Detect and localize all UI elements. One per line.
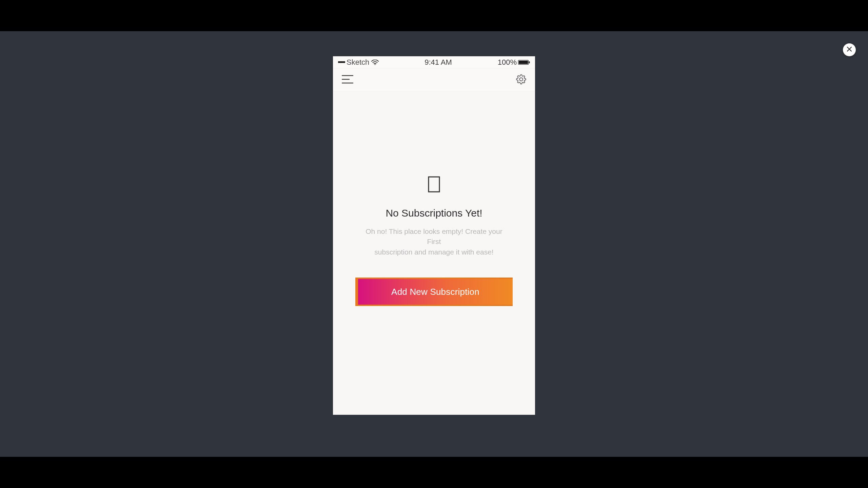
battery-icon bbox=[518, 60, 530, 65]
hamburger-icon bbox=[342, 75, 353, 85]
svg-rect-2 bbox=[519, 61, 528, 64]
settings-button[interactable] bbox=[516, 74, 526, 86]
cta-container: Add New Subscription bbox=[355, 278, 513, 306]
status-time: 9:41 AM bbox=[425, 58, 452, 67]
svg-rect-7 bbox=[429, 177, 439, 192]
phone-mockup: ••••• Sketch 9:41 AM 100% bbox=[333, 56, 535, 415]
carrier-label: Sketch bbox=[347, 58, 369, 67]
empty-state-title: No Subscriptions Yet! bbox=[386, 207, 482, 219]
status-right: 100% bbox=[498, 58, 530, 67]
close-icon bbox=[847, 46, 852, 53]
lightbox-viewer: ••••• Sketch 9:41 AM 100% bbox=[0, 31, 868, 457]
letterbox-top bbox=[0, 0, 868, 31]
cta-label: Add New Subscription bbox=[391, 287, 479, 297]
empty-state-subtitle: Oh no! This place looks empty! Create yo… bbox=[363, 226, 505, 257]
nav-bar bbox=[333, 68, 535, 92]
svg-rect-3 bbox=[529, 61, 530, 63]
empty-subtitle-line2: subscription and manage it with ease! bbox=[374, 248, 493, 256]
status-bar: ••••• Sketch 9:41 AM 100% bbox=[333, 56, 535, 68]
gear-icon bbox=[516, 74, 526, 86]
empty-subtitle-line1: Oh no! This place looks empty! Create yo… bbox=[366, 227, 502, 245]
menu-button[interactable] bbox=[342, 75, 353, 85]
add-subscription-button[interactable]: Add New Subscription bbox=[358, 279, 513, 305]
wifi-icon bbox=[371, 60, 379, 65]
empty-state: No Subscriptions Yet! Oh no! This place … bbox=[333, 92, 535, 415]
status-left: ••••• Sketch bbox=[338, 58, 379, 67]
signal-dots-icon: ••••• bbox=[338, 58, 344, 66]
letterbox-bottom bbox=[0, 457, 868, 488]
svg-point-0 bbox=[375, 64, 376, 65]
empty-box-icon bbox=[428, 176, 440, 194]
close-button[interactable] bbox=[843, 43, 856, 56]
battery-percent: 100% bbox=[498, 58, 517, 67]
